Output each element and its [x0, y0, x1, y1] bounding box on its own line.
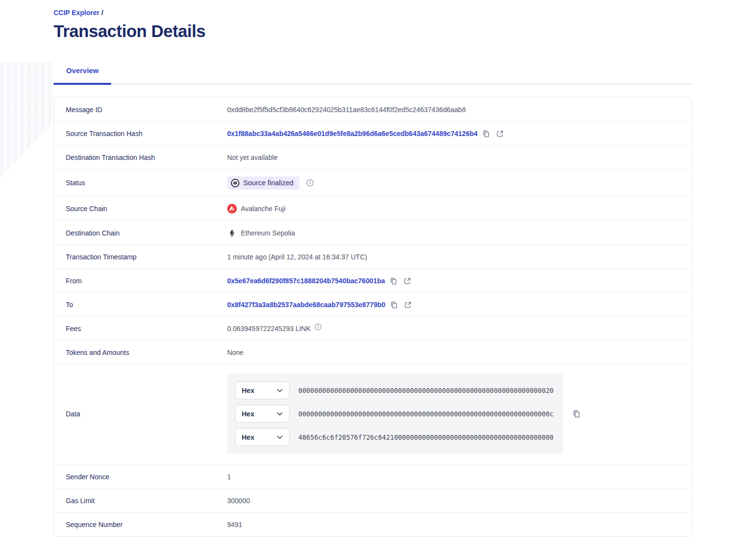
status-badge: Source finalized [227, 176, 299, 190]
row-label: To [66, 301, 227, 309]
hex-format-select[interactable]: Hex [235, 428, 290, 446]
tokens-amounts-value: None [227, 349, 243, 356]
data-line: Hex 48656c6c6f20576f726c6421000000000000… [235, 428, 555, 446]
row-from: From 0x5e67ea6d6f290f857c1888204b7540bac… [54, 269, 692, 293]
tab-bar: Overview [54, 61, 692, 84]
page-title: Transaction Details [54, 21, 692, 41]
chevron-down-icon [277, 389, 283, 392]
row-sender-nonce: Sender Nonce 1 [54, 465, 692, 489]
row-label: Sequence Number [66, 521, 227, 528]
row-label: From [66, 277, 227, 285]
details-card: Message ID 0xdd8be2f5f5d5cf3b8640c629240… [54, 97, 692, 537]
external-link-icon[interactable] [495, 129, 505, 138]
copy-data-icon[interactable] [572, 409, 582, 419]
row-label: Transaction Timestamp [66, 253, 227, 261]
hex-format-label: Hex [242, 410, 254, 418]
dest-tx-hash-value: Not yet available [227, 154, 278, 161]
row-label: Fees [66, 325, 227, 333]
row-to: To 0x8f427f3a3a8b2537aabde68caab797553e8… [54, 293, 692, 316]
data-line: Hex 000000000000000000000000000000000000… [235, 381, 555, 399]
breadcrumb: CCIP Explorer/ [54, 9, 692, 17]
row-label: Gas Limit [66, 497, 227, 505]
fees-value: 0.0639459722245293 LINK [227, 325, 310, 333]
external-link-icon[interactable] [403, 300, 413, 310]
status-badge-label: Source finalized [243, 179, 293, 187]
row-dest-tx-hash: Destination Transaction Hash Not yet ava… [54, 145, 692, 169]
row-source-chain: Source Chain Avalanche Fuji [54, 196, 692, 220]
to-address-link[interactable]: 0x8f427f3a3a8b2537aabde68caab797553e8779… [227, 301, 386, 309]
ethereum-icon [227, 228, 237, 238]
avalanche-icon [227, 204, 237, 214]
source-finalized-icon [231, 178, 240, 188]
data-hex-value: 48656c6c6f20576f726c64210000000000000000… [298, 433, 554, 441]
row-tokens-amounts: Tokens and Amounts None [54, 340, 692, 364]
breadcrumb-ccip-explorer-link[interactable]: CCIP Explorer [54, 9, 99, 17]
row-timestamp: Transaction Timestamp 1 minute ago (Apri… [54, 245, 692, 269]
gas-limit-value: 300000 [227, 497, 250, 505]
data-hex-value: 0000000000000000000000000000000000000000… [298, 387, 554, 394]
transaction-details-page: CCIP Explorer/ Transaction Details Overv… [0, 0, 756, 537]
hex-format-label: Hex [242, 387, 254, 394]
timestamp-value: 1 minute ago (April 12, 2024 at 16:34:37… [227, 253, 367, 261]
row-label: Sender Nonce [66, 473, 227, 481]
sequence-number-value: 9491 [227, 521, 242, 528]
source-tx-hash-link[interactable]: 0x1f88abc33a4ab426a5466e01d9e5fe8a2b96d6… [227, 130, 478, 137]
breadcrumb-separator: / [101, 9, 103, 17]
row-dest-chain: Destination Chain Ethereum Sepolia [54, 220, 692, 245]
row-message-id: Message ID 0xdd8be2f5f5d5cf3b8640c629240… [54, 98, 692, 121]
hex-format-select[interactable]: Hex [235, 405, 290, 423]
row-label: Source Chain [66, 205, 227, 213]
row-data: Data Hex [54, 364, 692, 465]
data-hex-box: Hex 000000000000000000000000000000000000… [227, 373, 563, 454]
row-status: Status Source finalized [54, 169, 692, 196]
data-hex-value: 0000000000000000000000000000000000000000… [298, 410, 554, 418]
from-address-link[interactable]: 0x5e67ea6d6f290f857c1888204b7540bac76001… [227, 277, 385, 285]
row-label: Destination Transaction Hash [66, 154, 227, 161]
message-id-value: 0xdd8be2f5f5d5cf3b8640c62924025b311ae83c… [227, 106, 465, 114]
row-label: Status [66, 179, 227, 187]
dest-chain-name: Ethereum Sepolia [241, 229, 295, 237]
data-line: Hex 000000000000000000000000000000000000… [235, 405, 555, 423]
hex-format-label: Hex [242, 433, 254, 441]
external-link-icon[interactable] [403, 276, 412, 286]
copy-icon[interactable] [389, 300, 399, 310]
row-label: Destination Chain [66, 229, 227, 237]
row-fees: Fees 0.0639459722245293 LINK [54, 316, 692, 340]
copy-icon[interactable] [482, 129, 491, 138]
copy-icon[interactable] [389, 276, 399, 286]
row-label: Tokens and Amounts [66, 349, 227, 356]
sender-nonce-value: 1 [227, 473, 231, 481]
source-chain-name: Avalanche Fuji [241, 205, 286, 213]
row-source-tx-hash: Source Transaction Hash 0x1f88abc33a4ab4… [54, 121, 692, 145]
chevron-down-icon [277, 412, 283, 416]
row-label: Source Transaction Hash [66, 130, 227, 137]
row-label: Data [66, 410, 227, 418]
status-info-icon[interactable] [306, 179, 314, 187]
row-sequence-number: Sequence Number 9491 [54, 512, 692, 536]
fees-info-icon[interactable] [314, 325, 322, 333]
row-gas-limit: Gas Limit 300000 [54, 489, 692, 512]
hex-format-select[interactable]: Hex [235, 381, 290, 399]
chevron-down-icon [277, 435, 283, 439]
row-label: Message ID [66, 106, 227, 114]
tab-overview[interactable]: Overview [54, 61, 111, 85]
